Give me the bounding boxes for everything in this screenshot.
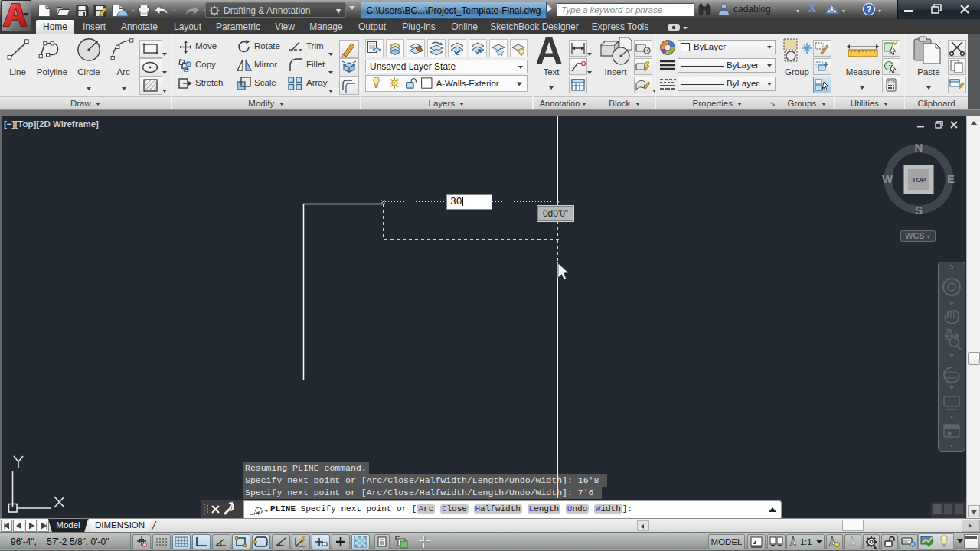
svg-text:S: S (915, 204, 923, 216)
svg-text:N: N (915, 141, 923, 154)
svg-text:W: W (882, 172, 893, 185)
svg-text:TOP: TOP (912, 175, 926, 184)
svg-text:1:1: 1:1 (800, 537, 812, 546)
svg-text:A-Walls-Exterior: A-Walls-Exterior (436, 79, 499, 88)
svg-text:?: ? (867, 5, 872, 14)
svg-text:E: E (947, 172, 955, 185)
